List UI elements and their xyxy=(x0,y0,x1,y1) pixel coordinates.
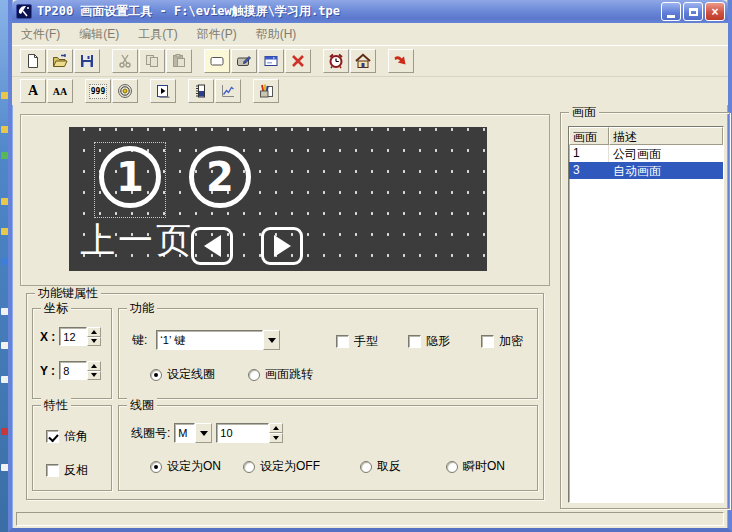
app-logo-icon xyxy=(16,4,32,19)
paste-button[interactable] xyxy=(166,49,192,73)
coil-number-input[interactable]: 10 xyxy=(216,423,269,443)
key-combobox-value: ‘1’ 键 xyxy=(156,330,263,350)
screen-jump-radio[interactable]: 画面跳转 xyxy=(248,366,313,383)
canvas-key-2[interactable]: 2 xyxy=(189,146,251,208)
encrypt-checkbox-label: 加密 xyxy=(499,333,523,350)
inverse-checkbox-label: 反相 xyxy=(64,462,88,479)
coil-spin-down-button[interactable] xyxy=(269,433,283,443)
y-input[interactable]: 8 xyxy=(59,361,87,380)
hand-checkbox-label: 手型 xyxy=(354,333,378,350)
menu-item-edit[interactable]: 编辑(E) xyxy=(79,26,119,43)
bitmap-button[interactable] xyxy=(253,79,279,103)
invisible-checkbox[interactable]: 隐形 xyxy=(408,333,450,350)
open-folder-icon xyxy=(52,53,68,69)
copy-icon xyxy=(144,53,160,69)
menu-item-tools[interactable]: 工具(T) xyxy=(138,26,177,43)
trend-graph-button[interactable] xyxy=(215,79,241,103)
down-arrow-icon xyxy=(273,436,279,440)
window-screen-button[interactable] xyxy=(258,49,284,73)
set-on-radio-label: 设定为ON xyxy=(167,458,221,475)
canvas-key-1[interactable]: 1 xyxy=(99,146,161,208)
x-spin-down-button[interactable] xyxy=(87,337,101,347)
canvas-prev-button[interactable] xyxy=(191,227,233,265)
y-spin-down-button[interactable] xyxy=(87,371,101,381)
save-file-button[interactable] xyxy=(74,49,100,73)
scaled-text-button[interactable]: AA xyxy=(47,79,73,103)
screen-row-1[interactable]: 1 公司画面 xyxy=(569,145,723,162)
down-arrow-icon xyxy=(91,339,97,343)
download-arrow-icon xyxy=(393,53,409,69)
set-coil-radio[interactable]: 设定线圈 xyxy=(150,366,215,383)
static-text-button[interactable]: A xyxy=(20,79,46,103)
scaled-text-icon: AA xyxy=(53,86,67,97)
radio-dot xyxy=(248,369,260,381)
alarm-clock-button[interactable] xyxy=(323,49,349,73)
right-arrow-icon xyxy=(274,235,291,257)
home-screen-button[interactable] xyxy=(350,49,376,73)
invisible-checkbox-label: 隐形 xyxy=(426,333,450,350)
key-value: ‘1’ 键 xyxy=(160,333,185,348)
bitmap-icon xyxy=(258,83,274,99)
screens-list[interactable]: 画面 描述 1 公司画面 3 自动画面 xyxy=(568,126,724,503)
menu-item-parts[interactable]: 部件(P) xyxy=(197,26,237,43)
new-file-button[interactable] xyxy=(20,49,46,73)
coil-group-title: 线圈 xyxy=(127,398,157,412)
new-screen-button[interactable] xyxy=(204,49,230,73)
coordinates-group: 坐标 X : 12 Y : 8 xyxy=(32,308,112,399)
set-off-radio[interactable]: 设定为OFF xyxy=(243,458,320,475)
menu-item-help[interactable]: 帮助(H) xyxy=(256,26,297,43)
encrypt-checkbox[interactable]: 加密 xyxy=(481,333,523,350)
lamp-button[interactable] xyxy=(112,79,138,103)
down-arrow-icon xyxy=(91,373,97,377)
coil-type-value-field: M xyxy=(174,423,195,443)
set-coil-radio-label: 设定线圈 xyxy=(167,366,215,383)
set-on-radio[interactable]: 设定为ON xyxy=(150,458,221,475)
canvas-next-button[interactable] xyxy=(261,227,303,265)
number-display-button[interactable]: 999 xyxy=(85,79,111,103)
key-combobox[interactable]: ‘1’ 键 xyxy=(156,330,280,350)
coil-spin-up-button[interactable] xyxy=(269,423,283,433)
cut-button[interactable] xyxy=(112,49,138,73)
canvas-prev-page-text[interactable]: 上一页 xyxy=(80,217,194,264)
alarm-clock-icon xyxy=(328,53,344,69)
minimize-button[interactable] xyxy=(661,2,681,21)
checkbox-box xyxy=(481,335,494,348)
x-spin-up-button[interactable] xyxy=(87,327,101,337)
maximize-button[interactable] xyxy=(683,2,703,21)
momentary-on-radio[interactable]: 瞬时ON xyxy=(446,458,505,475)
delete-screen-button[interactable] xyxy=(285,49,311,73)
inverse-checkbox[interactable]: 反相 xyxy=(46,462,88,479)
coordinates-group-title: 坐标 xyxy=(41,301,71,315)
dropdown-arrow-icon xyxy=(200,431,208,436)
title-bar[interactable]: TP200 画面设置工具 - F:\eview触摸屏\学习用.tpe × xyxy=(12,0,728,23)
y-spinner[interactable] xyxy=(87,361,101,380)
y-spin-up-button[interactable] xyxy=(87,361,101,371)
screen-row-3-selected[interactable]: 3 自动画面 xyxy=(569,162,723,179)
column-header-screen[interactable]: 画面 xyxy=(569,127,609,145)
column-header-description[interactable]: 描述 xyxy=(609,127,723,145)
menu-bar: 文件(F) 编辑(E) 工具(T) 部件(P) 帮助(H) xyxy=(12,23,728,45)
hand-checkbox[interactable]: 手型 xyxy=(336,333,378,350)
status-bar xyxy=(16,512,724,526)
key-1-label: 1 xyxy=(116,154,144,200)
coil-type-dropdown-button[interactable] xyxy=(195,423,212,443)
download-button[interactable] xyxy=(388,49,414,73)
double-size-checkbox[interactable]: 倍角 xyxy=(46,428,88,445)
x-input[interactable]: 12 xyxy=(59,327,87,346)
bar-graph-button[interactable] xyxy=(188,79,214,103)
bar-graph-icon xyxy=(193,83,209,99)
screen-properties-button[interactable] xyxy=(231,49,257,73)
menu-item-file[interactable]: 文件(F) xyxy=(21,26,60,43)
coil-type-combobox[interactable]: M xyxy=(174,423,212,443)
close-button[interactable]: × xyxy=(705,2,725,21)
screen-design-canvas[interactable]: 1 2 上一页 xyxy=(69,127,487,271)
open-file-button[interactable] xyxy=(47,49,73,73)
coil-number-spinner[interactable] xyxy=(269,423,283,443)
x-spinner[interactable] xyxy=(87,327,101,346)
cut-icon xyxy=(117,53,133,69)
parts-toolbar: A AA 999 xyxy=(12,76,728,105)
key-combobox-dropdown-button[interactable] xyxy=(263,330,280,350)
copy-button[interactable] xyxy=(139,49,165,73)
toggle-radio[interactable]: 取反 xyxy=(360,458,401,475)
function-key-button[interactable] xyxy=(150,79,176,103)
